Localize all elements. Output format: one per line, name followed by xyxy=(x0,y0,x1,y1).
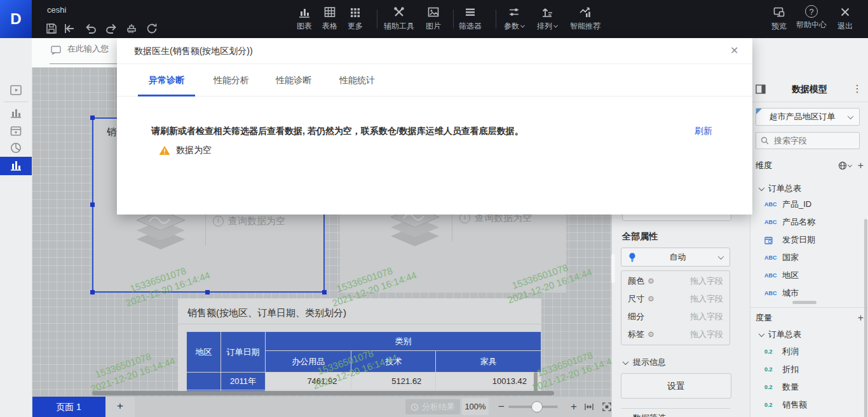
toolbar-smart-recommend-button[interactable]: 智能推荐 xyxy=(566,5,605,36)
all-properties-title: 全部属性 xyxy=(622,231,658,242)
panel-title: 数据模型 xyxy=(750,84,868,95)
dataset-selector[interactable]: 超市产品地区订单 xyxy=(756,108,860,126)
gear-icon[interactable]: ⚙ xyxy=(648,277,654,286)
table-vertical-scrollbar[interactable] xyxy=(534,372,538,392)
comment-input[interactable] xyxy=(66,43,117,54)
bar-chart-icon[interactable] xyxy=(8,105,24,121)
gear-icon[interactable]: ⚙ xyxy=(648,330,654,339)
more-options-icon[interactable]: ⋮ xyxy=(852,83,862,95)
field-item[interactable]: ABC产品_ID xyxy=(764,198,811,211)
refresh-link[interactable]: 刷新 xyxy=(695,126,712,137)
number-icon: 0.2 xyxy=(764,384,777,390)
toolbar-table-button[interactable]: 表格 xyxy=(318,5,342,36)
panel-scrollbar-thumb[interactable] xyxy=(611,254,615,283)
skip-back-icon[interactable] xyxy=(62,22,78,37)
field-search-box[interactable] xyxy=(756,132,860,149)
table-widget[interactable]: 销售额(按地区、订单日期、类别划分) 地区 订单日期 类别 办公用品 技术 家具… xyxy=(178,298,541,395)
pie-chart-icon[interactable] xyxy=(8,140,24,156)
resize-handle-s[interactable] xyxy=(205,290,210,295)
field-item[interactable]: ABC产品名称 xyxy=(764,216,815,228)
measure-item[interactable]: 0.2折扣 xyxy=(764,363,799,376)
field-item[interactable]: ABC城市 xyxy=(764,287,799,300)
redo-icon[interactable] xyxy=(104,22,119,37)
toolbar-aux-tools-button[interactable]: 辅助工具 xyxy=(381,5,417,36)
bulb-icon xyxy=(628,252,637,262)
zoom-out-button[interactable]: − xyxy=(498,400,505,413)
field-item[interactable]: 发货日期 xyxy=(764,234,815,246)
tab-exception-diagnosis[interactable]: 异常诊断 xyxy=(138,75,195,86)
presentation-icon[interactable] xyxy=(8,83,24,98)
toolbar-arrange-button[interactable]: 排列 xyxy=(532,5,562,36)
tabs-divider xyxy=(117,96,752,96)
toolbar-image-button[interactable]: 图片 xyxy=(421,5,445,36)
resize-handle-w[interactable] xyxy=(90,202,95,207)
measure-item[interactable]: 0.2利润 xyxy=(764,345,799,358)
zoom-in-button[interactable]: + xyxy=(571,400,577,413)
tab-performance-analysis[interactable]: 性能分析 xyxy=(214,75,249,86)
col-header-cat-2: 家具 xyxy=(436,351,541,373)
gear-icon[interactable]: ⚙ xyxy=(648,295,654,303)
data-filter-section-partial[interactable]: 数据筛选 xyxy=(623,413,666,417)
toolbar-chart-button[interactable]: 图表 xyxy=(292,5,316,36)
field-item[interactable]: ABC地区 xyxy=(764,269,799,282)
measure-item[interactable]: 0.2数量 xyxy=(764,381,799,394)
format-brush-icon[interactable] xyxy=(125,22,140,37)
analysis-icon xyxy=(410,403,419,411)
resize-handle-se[interactable] xyxy=(322,290,327,295)
property-row-size[interactable]: 尺寸⚙ 拖入字段 xyxy=(628,290,723,308)
toolbar-filter-button[interactable]: 筛选器 xyxy=(456,5,484,36)
divider xyxy=(4,102,28,102)
measure-item[interactable]: 0.2销售额 xyxy=(764,399,807,411)
abc-icon: ABC xyxy=(764,272,777,279)
zoom-slider-handle[interactable] xyxy=(531,401,543,413)
fit-width-icon[interactable] xyxy=(583,401,595,413)
col-header-cat-0: 办公用品 xyxy=(265,351,351,373)
measure-group[interactable]: 订单总表 xyxy=(759,329,801,340)
toolbar-params-button[interactable]: 参数 xyxy=(499,5,529,36)
close-icon[interactable]: ✕ xyxy=(730,44,738,56)
auto-mode-dropdown[interactable]: 自动 xyxy=(621,248,730,267)
undo-icon[interactable] xyxy=(84,22,99,37)
toolbar-more-button[interactable]: 更多 xyxy=(343,5,367,36)
tools-icon xyxy=(392,5,406,19)
help-center-button[interactable]: ? 帮助中心 xyxy=(794,5,829,36)
tooltip-section-header[interactable]: 提示信息 xyxy=(623,357,666,368)
dimension-group[interactable]: 订单总表 xyxy=(759,183,801,194)
col-header-cat-1: 技术 xyxy=(351,351,436,373)
analysis-result-button[interactable]: 分析结果 xyxy=(405,399,460,414)
resize-handle-nw[interactable] xyxy=(90,116,95,120)
active-tab-underline xyxy=(138,95,195,96)
search-input[interactable] xyxy=(773,135,855,146)
app-logo[interactable]: D xyxy=(0,0,32,38)
resize-handle-sw[interactable] xyxy=(90,290,95,295)
property-row-detail[interactable]: 细分 拖入字段 xyxy=(628,308,723,326)
globe-icon[interactable] xyxy=(838,161,851,170)
panel-vertical-scrollbar[interactable] xyxy=(864,219,867,417)
save-icon[interactable] xyxy=(44,22,60,37)
calendar-icon[interactable] xyxy=(8,123,24,138)
mode-label: 自动 xyxy=(637,251,719,263)
tab-performance-stats[interactable]: 性能统计 xyxy=(339,75,375,86)
exit-button[interactable]: 退出 xyxy=(833,5,857,36)
toolbar-separator xyxy=(453,10,454,29)
add-measure-icon[interactable]: + xyxy=(858,314,864,322)
add-dimension-icon[interactable]: + xyxy=(858,162,864,169)
fields-horizontal-scrollbar[interactable] xyxy=(792,301,817,304)
preview-monitor-icon xyxy=(772,5,786,19)
preview-button[interactable]: 预览 xyxy=(767,5,791,36)
refresh-icon[interactable] xyxy=(145,22,160,37)
add-page-button[interactable]: + xyxy=(105,397,135,417)
tab-performance-diagnosis[interactable]: 性能诊断 xyxy=(276,75,311,86)
sidebar-item-chart-selected[interactable] xyxy=(0,157,32,175)
image-icon xyxy=(426,5,440,19)
property-row-label[interactable]: 标签⚙ 拖入字段 xyxy=(628,326,723,343)
zoom-level-display[interactable]: 100% xyxy=(462,398,489,415)
chevron-down-icon xyxy=(848,113,854,119)
divider xyxy=(750,307,868,308)
canvas-horizontal-scrollbar[interactable] xyxy=(92,391,554,395)
tooltip-settings-button[interactable]: 设置 xyxy=(621,373,731,399)
more-grid-icon xyxy=(348,5,362,19)
field-item[interactable]: ABC国家 xyxy=(764,251,799,264)
page-tab-1[interactable]: 页面 1 xyxy=(32,397,105,417)
property-row-color[interactable]: 颜色⚙ 拖入字段 xyxy=(628,272,723,290)
